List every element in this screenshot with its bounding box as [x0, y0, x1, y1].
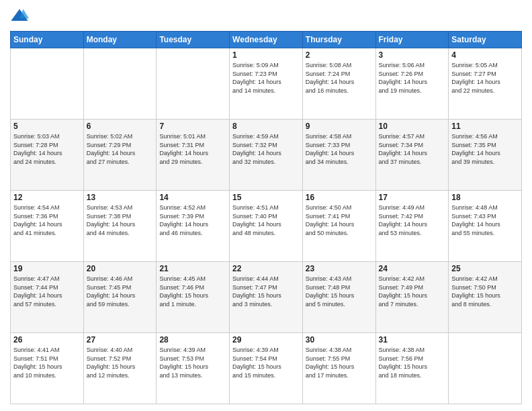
day-number: 22: [232, 264, 300, 273]
calendar-cell-1: 1Sunrise: 5:09 AM Sunset: 7:23 PM Daylig…: [230, 48, 303, 120]
day-info: Sunrise: 4:42 AM Sunset: 7:50 PM Dayligh…: [451, 275, 519, 308]
day-number: 12: [13, 193, 81, 202]
calendar-cell-18: 18Sunrise: 4:48 AM Sunset: 7:43 PM Dayli…: [449, 191, 522, 262]
day-info: Sunrise: 4:39 AM Sunset: 7:53 PM Dayligh…: [159, 346, 226, 379]
page: SundayMondayTuesdayWednesdayThursdayFrid…: [0, 0, 532, 411]
calendar-cell-23: 23Sunrise: 4:43 AM Sunset: 7:48 PM Dayli…: [302, 262, 375, 333]
calendar-header-saturday: Saturday: [449, 32, 522, 48]
day-info: Sunrise: 4:41 AM Sunset: 7:51 PM Dayligh…: [13, 346, 81, 379]
day-number: 24: [379, 264, 446, 273]
day-number: 2: [306, 50, 373, 60]
day-info: Sunrise: 5:03 AM Sunset: 7:28 PM Dayligh…: [13, 132, 81, 166]
calendar-cell-7: 7Sunrise: 5:01 AM Sunset: 7:31 PM Daylig…: [157, 120, 230, 191]
day-info: Sunrise: 4:53 AM Sunset: 7:38 PM Dayligh…: [87, 203, 154, 237]
calendar-header-friday: Friday: [375, 32, 449, 48]
day-number: 9: [306, 122, 373, 131]
day-info: Sunrise: 4:56 AM Sunset: 7:35 PM Dayligh…: [451, 132, 519, 166]
day-number: 7: [159, 122, 226, 131]
calendar-table: SundayMondayTuesdayWednesdayThursdayFrid…: [10, 31, 522, 404]
day-info: Sunrise: 4:52 AM Sunset: 7:39 PM Dayligh…: [159, 203, 226, 237]
logo: [10, 7, 32, 26]
calendar-header-sunday: Sunday: [11, 32, 84, 48]
day-info: Sunrise: 4:40 AM Sunset: 7:52 PM Dayligh…: [87, 346, 154, 379]
day-info: Sunrise: 4:57 AM Sunset: 7:34 PM Dayligh…: [379, 132, 446, 166]
calendar-cell-13: 13Sunrise: 4:53 AM Sunset: 7:38 PM Dayli…: [83, 191, 157, 262]
day-number: 14: [159, 193, 226, 202]
calendar-week-3: 19Sunrise: 4:47 AM Sunset: 7:44 PM Dayli…: [11, 262, 522, 333]
calendar-cell-25: 25Sunrise: 4:42 AM Sunset: 7:50 PM Dayli…: [449, 262, 522, 333]
calendar-cell-2: 2Sunrise: 5:08 AM Sunset: 7:24 PM Daylig…: [302, 48, 375, 120]
day-number: 27: [87, 335, 154, 345]
calendar-week-4: 26Sunrise: 4:41 AM Sunset: 7:51 PM Dayli…: [11, 333, 522, 404]
calendar-cell-empty: [449, 333, 522, 404]
day-number: 13: [87, 193, 154, 202]
calendar-cell-21: 21Sunrise: 4:45 AM Sunset: 7:46 PM Dayli…: [157, 262, 230, 333]
calendar-cell-14: 14Sunrise: 4:52 AM Sunset: 7:39 PM Dayli…: [157, 191, 230, 262]
calendar-cell-24: 24Sunrise: 4:42 AM Sunset: 7:49 PM Dayli…: [375, 262, 449, 333]
day-number: 17: [379, 193, 446, 202]
calendar-cell-27: 27Sunrise: 4:40 AM Sunset: 7:52 PM Dayli…: [83, 333, 157, 404]
calendar-cell-19: 19Sunrise: 4:47 AM Sunset: 7:44 PM Dayli…: [11, 262, 84, 333]
day-number: 29: [232, 335, 300, 345]
day-number: 28: [159, 335, 226, 345]
calendar-cell-12: 12Sunrise: 4:54 AM Sunset: 7:36 PM Dayli…: [11, 191, 84, 262]
calendar-cell-11: 11Sunrise: 4:56 AM Sunset: 7:35 PM Dayli…: [449, 120, 522, 191]
calendar-cell-22: 22Sunrise: 4:44 AM Sunset: 7:47 PM Dayli…: [230, 262, 303, 333]
calendar-cell-28: 28Sunrise: 4:39 AM Sunset: 7:53 PM Dayli…: [157, 333, 230, 404]
calendar-cell-30: 30Sunrise: 4:38 AM Sunset: 7:55 PM Dayli…: [302, 333, 375, 404]
day-info: Sunrise: 5:09 AM Sunset: 7:23 PM Dayligh…: [232, 61, 300, 95]
calendar-cell-15: 15Sunrise: 4:51 AM Sunset: 7:40 PM Dayli…: [230, 191, 303, 262]
day-number: 5: [13, 122, 81, 131]
calendar-week-0: 1Sunrise: 5:09 AM Sunset: 7:23 PM Daylig…: [11, 48, 522, 120]
calendar-cell-29: 29Sunrise: 4:39 AM Sunset: 7:54 PM Dayli…: [230, 333, 303, 404]
day-number: 8: [232, 122, 300, 131]
calendar-cell-9: 9Sunrise: 4:58 AM Sunset: 7:33 PM Daylig…: [302, 120, 375, 191]
calendar-cell-26: 26Sunrise: 4:41 AM Sunset: 7:51 PM Dayli…: [11, 333, 84, 404]
calendar-header-tuesday: Tuesday: [157, 32, 230, 48]
day-number: 11: [451, 122, 519, 131]
calendar-cell-8: 8Sunrise: 4:59 AM Sunset: 7:32 PM Daylig…: [230, 120, 303, 191]
day-number: 3: [379, 50, 446, 60]
day-info: Sunrise: 5:05 AM Sunset: 7:27 PM Dayligh…: [451, 61, 519, 95]
day-number: 23: [306, 264, 373, 273]
day-info: Sunrise: 4:59 AM Sunset: 7:32 PM Dayligh…: [232, 132, 300, 166]
calendar-cell-4: 4Sunrise: 5:05 AM Sunset: 7:27 PM Daylig…: [449, 48, 522, 120]
calendar-header-wednesday: Wednesday: [230, 32, 303, 48]
day-number: 31: [379, 335, 446, 345]
day-number: 25: [451, 264, 519, 273]
day-info: Sunrise: 4:50 AM Sunset: 7:41 PM Dayligh…: [306, 203, 373, 237]
calendar-cell-empty: [157, 48, 230, 120]
calendar-cell-17: 17Sunrise: 4:49 AM Sunset: 7:42 PM Dayli…: [375, 191, 449, 262]
calendar-cell-6: 6Sunrise: 5:02 AM Sunset: 7:29 PM Daylig…: [83, 120, 157, 191]
day-info: Sunrise: 4:45 AM Sunset: 7:46 PM Dayligh…: [159, 275, 226, 308]
calendar-cell-3: 3Sunrise: 5:06 AM Sunset: 7:26 PM Daylig…: [375, 48, 449, 120]
day-number: 21: [159, 264, 226, 273]
calendar-cell-5: 5Sunrise: 5:03 AM Sunset: 7:28 PM Daylig…: [11, 120, 84, 191]
calendar-header-row: SundayMondayTuesdayWednesdayThursdayFrid…: [11, 32, 522, 48]
day-number: 10: [379, 122, 446, 131]
day-number: 6: [87, 122, 154, 131]
day-info: Sunrise: 4:44 AM Sunset: 7:47 PM Dayligh…: [232, 275, 300, 308]
day-info: Sunrise: 5:08 AM Sunset: 7:24 PM Dayligh…: [306, 61, 373, 95]
calendar-header-monday: Monday: [83, 32, 157, 48]
day-number: 20: [87, 264, 154, 273]
day-info: Sunrise: 4:49 AM Sunset: 7:42 PM Dayligh…: [379, 203, 446, 237]
day-number: 15: [232, 193, 300, 202]
day-info: Sunrise: 4:38 AM Sunset: 7:55 PM Dayligh…: [306, 346, 373, 379]
calendar-cell-16: 16Sunrise: 4:50 AM Sunset: 7:41 PM Dayli…: [302, 191, 375, 262]
calendar-header-thursday: Thursday: [302, 32, 375, 48]
day-number: 19: [13, 264, 81, 273]
day-number: 26: [13, 335, 81, 345]
day-info: Sunrise: 4:43 AM Sunset: 7:48 PM Dayligh…: [306, 275, 373, 308]
day-number: 1: [232, 50, 300, 60]
calendar-cell-20: 20Sunrise: 4:46 AM Sunset: 7:45 PM Dayli…: [83, 262, 157, 333]
calendar-cell-31: 31Sunrise: 4:38 AM Sunset: 7:56 PM Dayli…: [375, 333, 449, 404]
day-number: 18: [451, 193, 519, 202]
day-info: Sunrise: 4:38 AM Sunset: 7:56 PM Dayligh…: [379, 346, 446, 379]
calendar-cell-10: 10Sunrise: 4:57 AM Sunset: 7:34 PM Dayli…: [375, 120, 449, 191]
day-info: Sunrise: 4:46 AM Sunset: 7:45 PM Dayligh…: [87, 275, 154, 308]
day-info: Sunrise: 4:51 AM Sunset: 7:40 PM Dayligh…: [232, 203, 300, 237]
day-info: Sunrise: 4:58 AM Sunset: 7:33 PM Dayligh…: [306, 132, 373, 166]
day-info: Sunrise: 5:02 AM Sunset: 7:29 PM Dayligh…: [87, 132, 154, 166]
day-info: Sunrise: 4:54 AM Sunset: 7:36 PM Dayligh…: [13, 203, 81, 237]
